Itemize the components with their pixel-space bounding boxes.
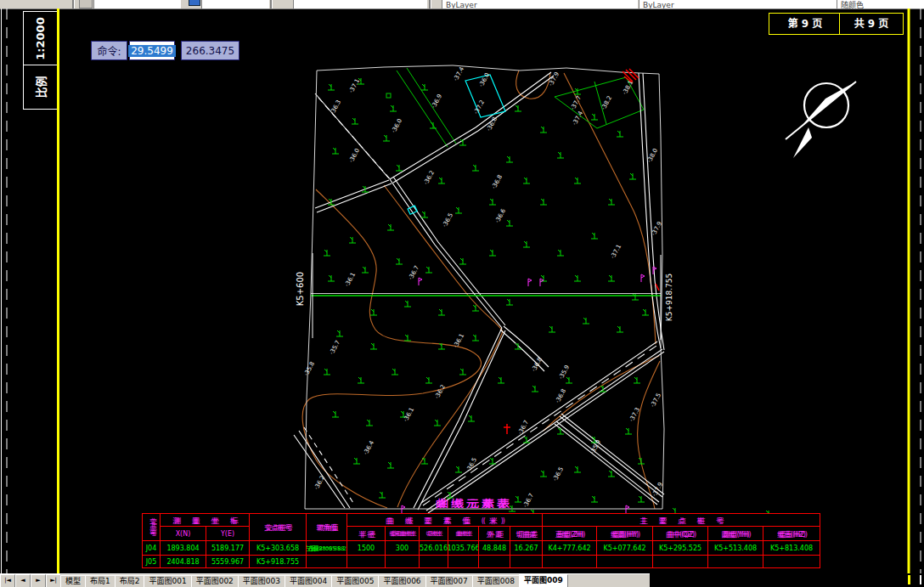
vegetation-symbol	[455, 466, 462, 472]
table-header: 缓圆(HY)	[597, 527, 653, 541]
vegetation-symbol	[608, 199, 615, 205]
table-header: 缓直(HZ)	[763, 527, 820, 541]
first-sheet-button[interactable]: |◄	[0, 574, 15, 587]
table-cell	[708, 556, 763, 568]
elevation-labels-layer: ·37.1·36.3·36.9·36.0·36.0·36.2·36.8·36.6…	[303, 65, 664, 509]
table-cell	[479, 556, 510, 568]
elevation-label: ·36.8	[491, 173, 504, 189]
alignment-centerline	[311, 253, 661, 340]
vegetation-symbol	[489, 250, 496, 256]
tab-model[interactable]: 模型	[60, 575, 86, 587]
tab-plan006[interactable]: 平面图006	[378, 575, 425, 587]
prev-sheet-button[interactable]: ◄	[15, 574, 31, 587]
table-header: 主 要 点 桩 号	[543, 514, 820, 527]
elevation-label: ·37.4	[453, 65, 466, 82]
vegetation-symbol	[328, 84, 335, 90]
table-cell	[347, 556, 386, 568]
vegetation-symbol	[332, 148, 339, 154]
tab-plan005[interactable]: 平面图005	[331, 575, 379, 587]
yellow-line-tick	[908, 575, 910, 584]
vegetation-symbol	[455, 207, 462, 213]
vegetation-symbol	[362, 186, 369, 192]
magenta-mark	[528, 279, 532, 286]
tab-plan002[interactable]: 平面图002	[191, 575, 239, 587]
elevation-label: ·37.1	[610, 243, 623, 259]
road-lines	[294, 72, 664, 513]
table-cell: 1893.804	[161, 541, 206, 556]
vegetation-symbol	[459, 139, 466, 145]
table-cell	[307, 556, 347, 568]
table-cell: K5+813.408	[763, 541, 820, 556]
vegetation-symbol	[336, 330, 343, 336]
vegetation-symbol	[362, 267, 369, 273]
vegetation-symbol	[370, 343, 377, 349]
vegetation-symbol	[523, 241, 530, 247]
elevation-label: ·36.9	[431, 93, 443, 109]
vegetation-symbol	[421, 458, 428, 464]
vegetation-symbol	[324, 250, 330, 256]
vegetation-symbol	[506, 299, 513, 305]
elevation-label: ·37.7	[570, 94, 583, 110]
vegetation-symbol	[638, 496, 645, 502]
vegetation-symbol	[574, 275, 581, 281]
tab-plan004[interactable]: 平面图004	[285, 575, 332, 587]
table-header: 切线长	[420, 527, 448, 541]
table-header: 曲 线 要 素 值 (米)	[347, 514, 543, 527]
elevation-label: ·36.0	[478, 71, 491, 87]
next-sheet-button[interactable]: ►	[31, 574, 46, 587]
sheet-tab-bar: |◄ ◄ ► ►| 模型 布局1 布局2 平面图001 平面图002 平面图00…	[0, 573, 650, 587]
elevation-label: ·38.1	[622, 79, 634, 95]
table-header: 测 量 坐 标	[161, 514, 250, 527]
vegetation-symbol	[425, 377, 432, 383]
station-label-left: K5+600	[296, 272, 305, 306]
elevation-label: ·36.1	[344, 271, 357, 287]
hazard-marks	[504, 69, 659, 434]
magenta-mark	[641, 274, 645, 282]
vegetation-symbol	[608, 275, 615, 281]
elevation-label: ·36.5	[552, 466, 565, 482]
vegetation-symbol	[468, 415, 475, 421]
tab-layout2[interactable]: 布局2	[115, 575, 145, 587]
contour-lines	[302, 71, 660, 509]
table-cell: 16.267	[510, 541, 543, 556]
table-cell: 5189.177	[206, 541, 250, 556]
vegetation-symbol	[396, 258, 403, 264]
tab-plan008[interactable]: 平面图008	[472, 575, 520, 587]
table-cell	[597, 556, 653, 568]
vegetation-symbol	[557, 250, 564, 256]
last-sheet-button[interactable]: ►|	[46, 574, 61, 587]
elevation-label: ·37.2	[473, 99, 486, 115]
tab-plan003[interactable]: 平面图003	[238, 575, 285, 587]
vegetation-symbol	[459, 369, 466, 375]
tab-plan007[interactable]: 平面图007	[425, 575, 473, 587]
vegetation-symbol	[332, 411, 339, 417]
vegetation-symbol	[632, 294, 639, 300]
vegetation-symbol	[396, 165, 403, 171]
elevation-label: ·37.1	[348, 77, 361, 93]
tab-plan009-active[interactable]: 平面图009	[519, 574, 568, 587]
vegetation-symbol	[506, 156, 513, 162]
tab-layout1[interactable]: 布局1	[85, 575, 116, 587]
magenta-mark	[540, 279, 544, 286]
vegetation-symbol	[370, 309, 377, 315]
vegetation-symbol	[387, 224, 394, 230]
vegetation-symbol	[390, 105, 397, 111]
vegetation-symbol	[498, 377, 504, 383]
vegetation-symbol	[591, 114, 598, 120]
vegetation-symbol	[328, 275, 335, 281]
table-cell: 1500	[347, 541, 386, 556]
elevation-label: ·36.8	[555, 387, 567, 404]
table-cell: 1035.766	[448, 541, 479, 556]
tab-plan001[interactable]: 平面图001	[144, 575, 191, 587]
table-header: 曲中(QZ)	[653, 527, 708, 541]
table-cell: 300	[386, 541, 420, 556]
vegetation-symbol	[617, 326, 623, 332]
vegetation-symbol	[642, 309, 649, 315]
vegetation-symbol	[549, 326, 555, 332]
vegetation-symbol	[349, 237, 356, 243]
vegetation-symbol	[438, 178, 445, 183]
vegetation-symbol	[591, 233, 598, 239]
vegetation-symbol	[387, 462, 394, 468]
cad-application-window: ByLayer ByLayer 随颜色 第 9 页 共 9 页 1:2000 比…	[0, 0, 924, 587]
table-header: 外 距	[479, 527, 510, 541]
